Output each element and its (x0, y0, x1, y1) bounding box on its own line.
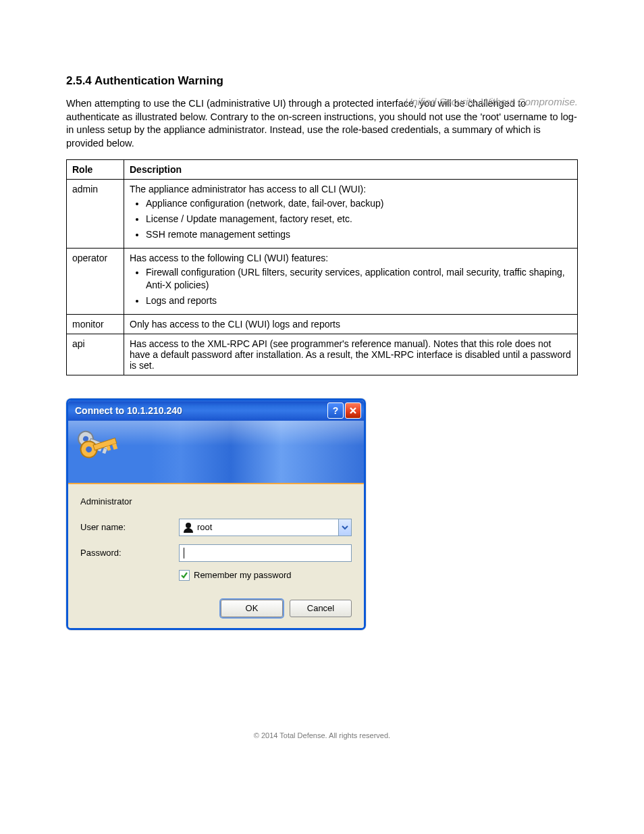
text-caret (184, 548, 184, 558)
tagline: Unified Security. Without Compromise. (405, 96, 578, 107)
username-dropdown-button[interactable] (338, 519, 351, 536)
table-row: admin The appliance administrator has ac… (67, 180, 578, 249)
username-value: root (197, 522, 338, 532)
close-button[interactable] (345, 402, 361, 419)
chevron-down-icon (342, 525, 348, 530)
svg-rect-11 (107, 445, 111, 450)
list-item: Firewall configuration (URL filters, sec… (146, 266, 572, 292)
desc-intro: The appliance administrator has access t… (130, 184, 366, 194)
cancel-button[interactable]: Cancel (290, 600, 352, 617)
role-cell: admin (67, 180, 124, 249)
remember-password-label: Remember my password (194, 570, 292, 580)
col-role: Role (67, 160, 124, 180)
username-label: User name: (80, 522, 179, 532)
list-item: Appliance configuration (network, date, … (146, 197, 572, 210)
table-row: operator Has access to the following CLI… (67, 248, 578, 314)
footer-copyright: © 2014 Total Defense. All rights reserve… (66, 731, 578, 739)
password-field[interactable] (179, 544, 352, 562)
titlebar[interactable]: Connect to 10.1.210.240 ? (68, 400, 364, 421)
help-button[interactable]: ? (327, 402, 344, 419)
desc-cell: Has access to the following CLI (WUI) fe… (124, 248, 578, 314)
roles-table: Role Description admin The appliance adm… (66, 159, 578, 375)
user-icon (182, 521, 194, 533)
check-icon (180, 571, 188, 579)
col-description: Description (124, 160, 578, 180)
section-heading: 2.5.4 Authentication Warning (66, 74, 578, 88)
remember-password-checkbox[interactable] (179, 570, 190, 581)
table-header-row: Role Description (67, 160, 578, 180)
username-field[interactable]: root (179, 519, 352, 536)
desc-intro: Has access to the following CLI (WUI) fe… (130, 253, 328, 263)
desc-cell: Has access to the XML-RPC API (see progr… (124, 334, 578, 375)
ok-button[interactable]: OK (221, 600, 283, 617)
list-item: SSH remote management settings (146, 228, 572, 241)
role-cell: monitor (67, 314, 124, 334)
table-row: monitor Only has access to the CLI (WUI)… (67, 314, 578, 334)
svg-point-12 (186, 523, 191, 528)
desc-cell: Only has access to the CLI (WUI) logs an… (124, 314, 578, 334)
realm-text: Administrator (80, 496, 352, 506)
dialog-title: Connect to 10.1.210.240 (75, 405, 182, 416)
list-item: Logs and reports (146, 294, 572, 307)
close-icon (349, 407, 357, 415)
table-row: api Has access to the XML-RPC API (see p… (67, 334, 578, 375)
desc-cell: The appliance administrator has access t… (124, 180, 578, 249)
password-label: Password: (80, 548, 179, 558)
help-icon: ? (333, 405, 339, 416)
dialog-banner (68, 421, 364, 484)
role-cell: operator (67, 248, 124, 314)
keys-icon (68, 421, 136, 483)
list-item: License / Update management, factory res… (146, 213, 572, 226)
credential-dialog: Connect to 10.1.210.240 ? (66, 398, 366, 630)
role-cell: api (67, 334, 124, 375)
